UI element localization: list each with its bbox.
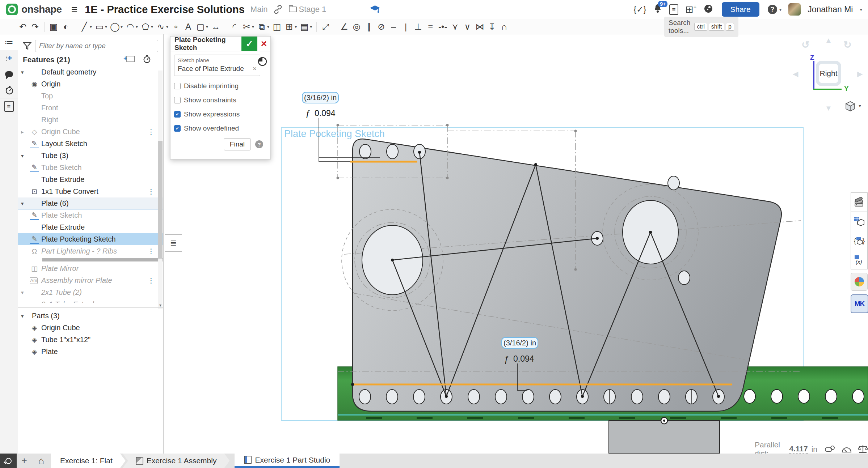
checkbox[interactable] <box>174 97 181 103</box>
filter-funnel-icon[interactable] <box>23 42 31 50</box>
feature-row[interactable]: ✎ Plate Pocketing Sketch ⋮ <box>18 233 163 245</box>
sheet-metal-table-icon[interactable] <box>851 212 868 231</box>
parts-header-row[interactable]: ▾ Parts (3) <box>18 310 163 322</box>
dialog-close-button[interactable]: × <box>257 37 270 51</box>
feature-row[interactable]: Am Assembly mirror Plate ⋮ <box>18 275 163 286</box>
tool-dropdown-caret[interactable]: ▾ <box>151 24 153 29</box>
feature-row[interactable]: ◉ Origin ⋮ <box>18 78 163 90</box>
tree-caret-icon[interactable]: ▾ <box>21 313 30 319</box>
coincident-constraint-icon[interactable]: ∠ ▾ <box>335 22 349 32</box>
equal-constraint-icon[interactable]: = ▾ <box>426 22 435 32</box>
fix-constraint-icon[interactable]: ↧ ▾ <box>487 22 497 32</box>
parallel-constraint-icon[interactable]: ∥ ▾ <box>364 22 374 32</box>
rotate-west-arrow-icon[interactable]: ◀ <box>793 69 798 78</box>
scrollbar-down-arrow[interactable]: ▾ <box>158 303 163 308</box>
feature-row[interactable]: ⊡ 1x1 Tube Convert ⋮ <box>18 186 163 197</box>
tree-caret-icon[interactable]: ▾ <box>21 153 30 159</box>
polygon-tool-icon[interactable]: ⬠ ▾ <box>141 22 153 32</box>
feature-row[interactable]: Front ⋮ <box>18 102 163 114</box>
dialog-checkbox-row[interactable]: Show constraints <box>174 96 267 104</box>
drag-handle-icon[interactable]: ⋮ <box>148 247 154 255</box>
measure-tape-icon[interactable] <box>825 445 835 454</box>
feature-list-icon[interactable]: ≔ <box>0 34 18 50</box>
learning-cap-icon[interactable] <box>370 5 380 14</box>
feature-row[interactable]: Top ⋮ <box>18 90 163 102</box>
arc-tool-icon[interactable]: ◠ ▾ <box>126 22 138 32</box>
user-name[interactable]: Jonathan Mi <box>808 5 853 14</box>
tool-dropdown-caret[interactable]: ▾ <box>206 24 208 29</box>
comments-icon[interactable] <box>0 66 18 82</box>
feature-row[interactable]: ◫ Plate Mirror ⋮ <box>18 263 163 275</box>
pierce-constraint-icon[interactable]: ⋎ ▾ <box>450 22 460 32</box>
tool-dropdown-caret[interactable]: ▾ <box>252 24 254 29</box>
rotate-east-arrow-icon[interactable]: ▶ <box>857 69 863 78</box>
tool-dropdown-caret[interactable]: ▾ <box>105 24 107 29</box>
share-button[interactable]: Share <box>722 2 759 17</box>
curvature-constraint-icon[interactable]: ∩ ▾ <box>500 22 509 32</box>
variables-icon[interactable]: (x) <box>851 250 868 269</box>
tab-exercise-1-flat[interactable]: Exercise 1: Flat <box>51 454 126 468</box>
rollback-bar[interactable] <box>42 258 163 261</box>
tree-caret-icon[interactable]: ▾ <box>21 200 30 207</box>
tool-dropdown-caret[interactable]: ▾ <box>295 24 297 29</box>
line-tool-icon[interactable]: ╱ ▾ <box>75 22 92 32</box>
notifications-bell-icon[interactable]: 9+ <box>653 4 662 16</box>
mirror-tool-icon[interactable]: ◫ ▾ <box>272 22 282 32</box>
drag-handle-icon[interactable]: ⋮ <box>148 276 154 285</box>
main-menu-icon[interactable]: ≡ <box>71 3 78 16</box>
tool-dropdown-caret[interactable]: ▾ <box>90 24 92 29</box>
tree-caret-icon[interactable]: ▾ <box>21 69 30 76</box>
deferred-clock-icon[interactable] <box>257 56 267 67</box>
drag-handle-icon[interactable]: ⋮ <box>148 128 154 136</box>
workspace-label[interactable]: Stage 1 <box>299 5 326 14</box>
offset-tool-icon[interactable]: ⧉ ▾ <box>257 22 269 32</box>
dialog-checkbox-row[interactable]: Show expressions <box>174 110 267 118</box>
tab-exercise-1-part-studio[interactable]: Exercise 1 Part Studio <box>235 454 340 468</box>
new-folder-icon[interactable] <box>126 56 135 62</box>
final-button[interactable]: Final <box>224 138 251 150</box>
redo-icon[interactable]: ↷ ▾ <box>30 22 40 32</box>
feature-row[interactable]: ▾ Plate (6) ⋮ <box>18 197 163 209</box>
feature-row[interactable]: ▾ Default geometry ⋮ <box>18 66 163 78</box>
checkbox[interactable] <box>174 83 181 89</box>
feature-row[interactable]: ✎ Plate Sketch ⋮ <box>18 209 163 221</box>
feature-tree-scrollbar-thumb[interactable] <box>158 141 163 259</box>
text-tool-icon[interactable]: A ▾ <box>184 22 193 32</box>
dimension-tool-icon[interactable]: ↔ ▾ <box>211 22 220 32</box>
midpoint-constraint-icon[interactable]: -•- ▾ <box>438 22 447 32</box>
clear-selection-icon[interactable]: × <box>253 65 257 73</box>
slot-tool-icon[interactable]: ▢ ▾ <box>196 22 208 32</box>
drag-handle-icon[interactable]: ⋮ <box>148 187 154 196</box>
view-cube[interactable]: ↻ ↻ ▲ ◀ ▶ ▼ Right Z Y ▾ <box>793 36 867 114</box>
part-row[interactable]: ◈ Plate <box>18 346 163 358</box>
new-tab-button[interactable]: + <box>17 454 32 468</box>
feature-row[interactable]: ▸ ◇ Origin Cube ⋮ <box>18 126 163 138</box>
feature-row[interactable]: Plate Extrude ⋮ <box>18 221 163 233</box>
2x1-tube-part[interactable] <box>609 421 720 454</box>
horizontal-constraint-icon[interactable]: – ▾ <box>389 22 398 32</box>
user-menu-chevron-icon[interactable]: ▾ <box>860 7 862 12</box>
part-row[interactable]: ◈ Tube 1"x1"x12" <box>18 334 163 346</box>
tool-dropdown-caret[interactable]: ▾ <box>136 24 138 29</box>
learning-center-icon[interactable] <box>704 4 713 16</box>
mk-app-icon[interactable]: MK <box>851 294 868 313</box>
dxf-import-icon[interactable]: ▤ ▾ <box>300 22 312 32</box>
checkbox[interactable] <box>174 125 181 132</box>
dimension-top[interactable]: (3/16/2) in ƒ 0.094 <box>302 92 338 118</box>
search-tabs-button[interactable] <box>0 454 17 468</box>
mass-scale-icon[interactable] <box>858 444 868 454</box>
appearance-icon[interactable] <box>851 192 868 212</box>
rollback-history-icon[interactable] <box>142 55 151 63</box>
tool-dropdown-caret[interactable]: ▾ <box>166 24 168 29</box>
sketch-plane-field[interactable]: Sketch plane Face of Plate Extrude × <box>174 55 260 76</box>
view-options-caret-icon[interactable]: ▾ <box>859 103 861 109</box>
rotate-down-arrow-icon[interactable]: ▼ <box>825 104 832 112</box>
tangent-constraint-icon[interactable]: ⊘ ▾ <box>376 22 386 32</box>
transform-icon[interactable]: ⤢ ▾ <box>316 22 330 32</box>
fillet-tool-icon[interactable]: ◜ ▾ <box>225 22 239 32</box>
feature-row[interactable]: Tube Extrude ⋮ <box>18 174 163 186</box>
bom-list-icon[interactable]: ≣ <box>0 98 18 114</box>
spline-tool-icon[interactable]: ∿ ▾ <box>156 22 168 32</box>
link-icon[interactable] <box>274 5 282 14</box>
rotate-up-arrow-icon[interactable]: ▲ <box>825 36 832 44</box>
